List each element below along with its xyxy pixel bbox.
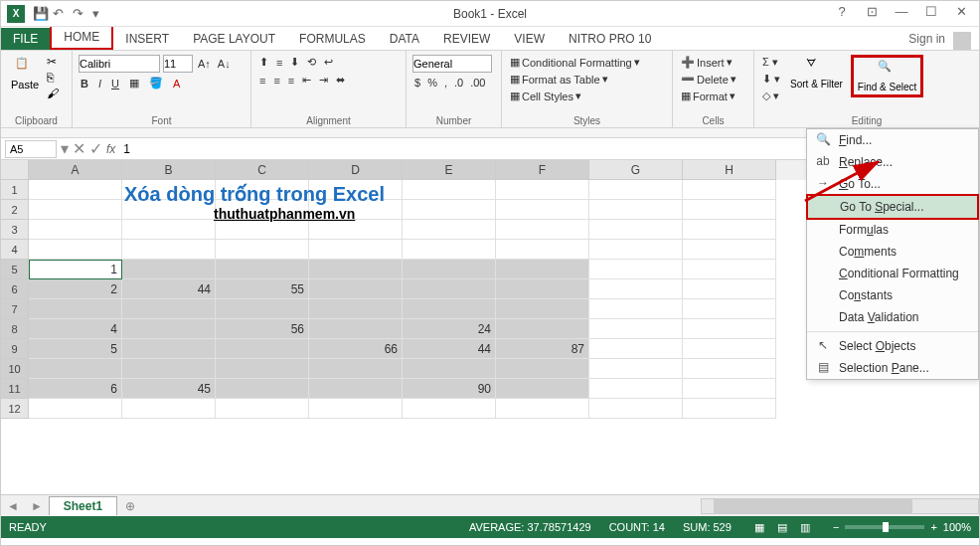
cell-styles-button[interactable]: ▦ Cell Styles ▾ xyxy=(508,89,583,103)
cell[interactable] xyxy=(403,240,496,260)
cell[interactable] xyxy=(122,220,216,240)
sheet-nav-prev[interactable]: ◄ xyxy=(1,499,25,513)
merge-icon[interactable]: ⬌ xyxy=(334,73,347,88)
cell[interactable] xyxy=(589,359,683,379)
fx-icon[interactable]: fx xyxy=(106,142,115,156)
cell[interactable] xyxy=(683,359,776,379)
cell[interactable] xyxy=(309,279,403,299)
row-header[interactable]: 3 xyxy=(1,220,29,240)
cell[interactable]: 87 xyxy=(496,339,589,359)
cell[interactable]: 56 xyxy=(216,319,309,339)
cell[interactable]: 6 xyxy=(29,379,122,399)
align-top-icon[interactable]: ⬆ xyxy=(257,55,270,70)
menu-validation[interactable]: Data Validation xyxy=(807,306,978,328)
cell[interactable] xyxy=(216,240,309,260)
cell[interactable] xyxy=(309,359,403,379)
tab-page-layout[interactable]: PAGE LAYOUT xyxy=(181,28,287,50)
sign-in-link[interactable]: Sign in xyxy=(900,28,953,50)
orientation-icon[interactable]: ⟲ xyxy=(305,55,318,70)
cell[interactable] xyxy=(122,359,216,379)
number-format-combo[interactable] xyxy=(412,55,492,73)
cell[interactable] xyxy=(29,220,122,240)
cell[interactable] xyxy=(683,180,776,200)
cell[interactable] xyxy=(589,299,683,319)
cell[interactable] xyxy=(683,279,776,299)
cell[interactable] xyxy=(309,379,403,399)
cell[interactable] xyxy=(496,399,589,419)
italic-button[interactable]: I xyxy=(96,76,103,91)
maximize-icon[interactable]: ☐ xyxy=(917,4,945,24)
view-page-layout-icon[interactable]: ▤ xyxy=(772,521,792,534)
cell[interactable] xyxy=(683,319,776,339)
cell[interactable] xyxy=(403,399,496,419)
cell[interactable] xyxy=(683,299,776,319)
horizontal-scrollbar[interactable] xyxy=(701,498,979,514)
tab-home[interactable]: HOME xyxy=(50,24,113,50)
zoom-level[interactable]: 100% xyxy=(943,521,971,533)
cell[interactable] xyxy=(683,240,776,260)
cell[interactable]: 90 xyxy=(403,379,496,399)
decrease-font-icon[interactable]: A↓ xyxy=(216,55,233,73)
zoom-out-icon[interactable]: − xyxy=(833,521,839,533)
cell[interactable] xyxy=(403,359,496,379)
cell[interactable]: 1 xyxy=(29,260,122,279)
tab-file[interactable]: FILE xyxy=(1,28,50,50)
cell[interactable]: 24 xyxy=(403,319,496,339)
cell[interactable] xyxy=(589,180,683,200)
cell[interactable]: 45 xyxy=(122,379,216,399)
avatar[interactable] xyxy=(953,32,971,50)
cell[interactable] xyxy=(29,200,122,220)
fill-icon[interactable]: ⬇ ▾ xyxy=(760,72,782,87)
cell[interactable]: 4 xyxy=(29,319,122,339)
column-header[interactable]: G xyxy=(589,160,683,180)
border-button[interactable]: ▦ xyxy=(127,76,141,91)
cell[interactable] xyxy=(29,399,122,419)
cell[interactable] xyxy=(403,260,496,279)
paste-button[interactable]: 📋 Paste xyxy=(7,55,43,92)
cell[interactable] xyxy=(403,299,496,319)
scrollbar-thumb[interactable] xyxy=(714,499,912,513)
copy-icon[interactable]: ⎘ xyxy=(47,71,59,85)
cell[interactable] xyxy=(122,299,216,319)
column-header[interactable]: H xyxy=(683,160,776,180)
cell[interactable] xyxy=(403,220,496,240)
row-header[interactable]: 11 xyxy=(1,379,29,399)
cell[interactable] xyxy=(496,220,589,240)
cell[interactable] xyxy=(589,379,683,399)
find-select-button[interactable]: 🔍 Find & Select xyxy=(851,55,923,97)
cell[interactable] xyxy=(496,319,589,339)
insert-cells-button[interactable]: ➕ Insert ▾ xyxy=(679,55,735,70)
cell[interactable] xyxy=(122,240,216,260)
cell[interactable] xyxy=(29,299,122,319)
cell[interactable] xyxy=(683,399,776,419)
sort-filter-button[interactable]: ᗊ Sort & Filter xyxy=(786,55,847,91)
cell[interactable]: 66 xyxy=(309,339,403,359)
column-header[interactable]: D xyxy=(309,160,403,180)
cell[interactable]: 2 xyxy=(29,279,122,299)
zoom-in-icon[interactable]: + xyxy=(930,521,936,533)
row-header[interactable]: 9 xyxy=(1,339,29,359)
namebox-dropdown-icon[interactable]: ▾ xyxy=(61,139,69,158)
delete-cells-button[interactable]: ➖ Delete ▾ xyxy=(679,72,738,87)
zoom-slider[interactable] xyxy=(845,525,924,529)
cell[interactable] xyxy=(29,359,122,379)
comma-icon[interactable]: , xyxy=(442,76,449,90)
cell[interactable] xyxy=(589,260,683,279)
qat-dropdown-icon[interactable]: ▾ xyxy=(92,6,108,22)
align-center-icon[interactable]: ≡ xyxy=(271,73,281,88)
cell[interactable] xyxy=(216,359,309,379)
tab-data[interactable]: DATA xyxy=(378,28,431,50)
align-middle-icon[interactable]: ≡ xyxy=(274,55,284,70)
cell[interactable] xyxy=(589,399,683,419)
percent-icon[interactable]: % xyxy=(425,76,439,90)
cell[interactable] xyxy=(496,379,589,399)
menu-formulas[interactable]: Formulas xyxy=(807,219,978,241)
minimize-icon[interactable]: — xyxy=(888,4,915,24)
increase-font-icon[interactable]: A↑ xyxy=(196,55,213,73)
help-icon[interactable]: ? xyxy=(828,4,856,24)
wrap-text-icon[interactable]: ↩ xyxy=(322,55,335,70)
font-color-button[interactable]: A xyxy=(171,76,182,91)
cell[interactable]: 5 xyxy=(29,339,122,359)
menu-selection-pane[interactable]: ▤Selection Pane... xyxy=(807,357,978,379)
cell[interactable] xyxy=(496,299,589,319)
